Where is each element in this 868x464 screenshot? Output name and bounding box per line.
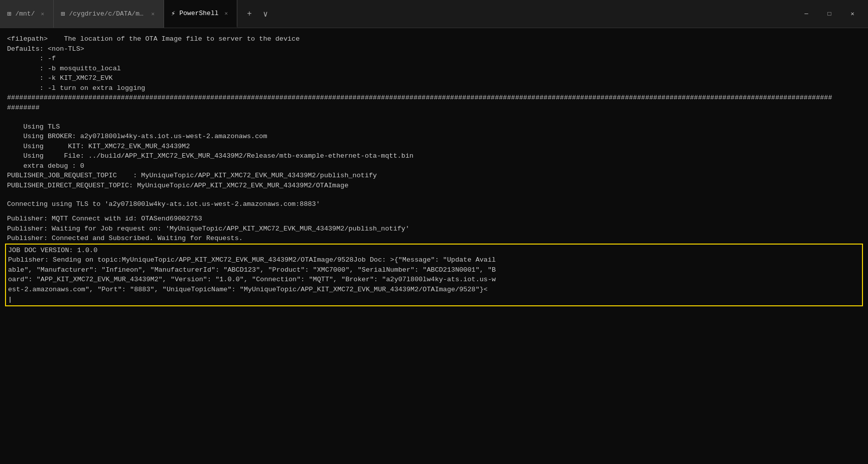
highlighted-line-1: JOB DOC VERSION: 1.0.0: [8, 246, 860, 256]
terminal-line-13: Using File: ../build/APP_KIT_XMC72_EVK_M…: [7, 151, 861, 161]
terminal-line-18: Connecting using TLS to 'a2y07l800lw4ky-…: [7, 199, 861, 209]
tab-3[interactable]: ⚡ PowerShell ✕: [164, 0, 237, 28]
terminal-line-16: PUBLISHER_DIRECT_REQUEST_TOPIC: MyUnique…: [7, 181, 861, 191]
tab-label-2: /cygdrive/c/DATA/mtw/ota-m…: [69, 10, 146, 18]
dropdown-button[interactable]: ∨: [258, 7, 272, 21]
terminal-line-8: ########: [7, 103, 861, 113]
terminal-line-3: : -f: [7, 54, 861, 64]
titlebar: ⊞ /mnt/ ✕ ⊞ /cygdrive/c/DATA/mtw/ota-m… …: [0, 0, 868, 28]
tab-1[interactable]: ⊞ /mnt/ ✕: [0, 0, 54, 28]
terminal-line-14: extra debug : 0: [7, 161, 861, 171]
highlighted-line-5: est-2.amazonaws.com", "Port": "8883", "U…: [8, 285, 860, 295]
tab-icon-3: ⚡: [171, 9, 175, 18]
cursor-line: [8, 295, 860, 305]
highlighted-line-3: able", "Manufacturer": "Infineon", "Manu…: [8, 265, 860, 275]
terminal-line-21: Publisher: Waiting for Job request on: '…: [7, 224, 861, 234]
terminal: <filepath> The location of the OTA Image…: [0, 28, 868, 464]
window-controls: — □ ✕: [795, 6, 868, 22]
tab-icon-2: ⊞: [61, 10, 65, 18]
tab-2[interactable]: ⊞ /cygdrive/c/DATA/mtw/ota-m… ✕: [54, 0, 164, 28]
terminal-line-2: Defaults: <non-TLS>: [7, 44, 861, 54]
highlighted-output-block: JOB DOC VERSION: 1.0.0 Publisher: Sendin…: [5, 244, 863, 306]
terminal-line-15: PUBLISHER_JOB_REQUEST_TOPIC : MyUniqueTo…: [7, 171, 861, 181]
tabs-area: ⊞ /mnt/ ✕ ⊞ /cygdrive/c/DATA/mtw/ota-m… …: [0, 0, 795, 28]
new-tab-button[interactable]: +: [242, 7, 256, 21]
tab-close-3[interactable]: ✕: [223, 9, 230, 18]
tab-close-1[interactable]: ✕: [39, 10, 46, 18]
titlebar-actions: + ∨: [237, 0, 277, 28]
terminal-line-10: Using TLS: [7, 122, 861, 132]
minimize-button[interactable]: —: [795, 6, 818, 22]
close-button[interactable]: ✕: [841, 6, 864, 22]
tab-close-2[interactable]: ✕: [149, 10, 157, 18]
terminal-line-7: ########################################…: [7, 93, 861, 103]
tab-label-1: /mnt/: [15, 10, 35, 18]
terminal-line-6: : -l turn on extra logging: [7, 83, 861, 93]
terminal-line-20: Publisher: MQTT Connect with id: OTASend…: [7, 214, 861, 224]
terminal-line-11: Using BROKER: a2y07l800lw4ky-ats.iot.us-…: [7, 132, 861, 142]
highlighted-line-4: oard": "APP_KIT_XMC72_EVK_MUR_43439M2", …: [8, 275, 860, 285]
maximize-button[interactable]: □: [818, 6, 841, 22]
terminal-line-22: Publisher: Connected and Subscribed. Wai…: [7, 234, 861, 244]
tab-label-3: PowerShell: [180, 10, 219, 17]
terminal-line-4: : -b mosquitto_local: [7, 64, 861, 74]
tab-icon-1: ⊞: [7, 10, 11, 18]
terminal-line-12: Using KIT: KIT_XMC72_EVK_MUR_43439M2: [7, 142, 861, 152]
highlighted-line-2: Publisher: Sending on topic:MyUniqueTopi…: [8, 255, 860, 265]
terminal-line-1: <filepath> The location of the OTA Image…: [7, 34, 861, 44]
terminal-line-5: : -k KIT_XMC72_EVK: [7, 73, 861, 83]
